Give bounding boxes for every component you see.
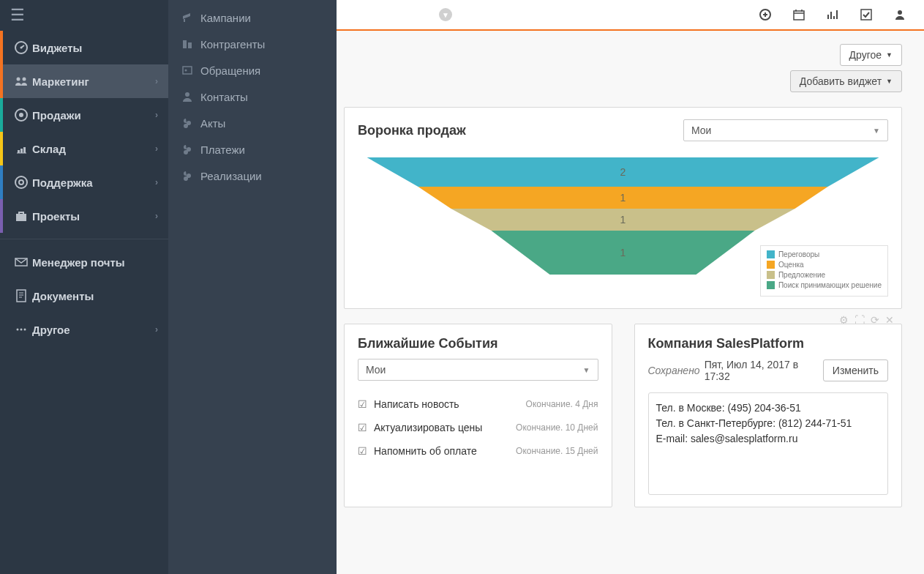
funnel-segment[interactable]: 1 [492, 231, 755, 275]
legend-swatch [767, 281, 775, 289]
chart-icon[interactable] [827, 9, 838, 20]
top-actions: Другое ▼ [344, 44, 902, 66]
checkbox-icon[interactable]: ☑ [358, 445, 374, 457]
svg-rect-2 [861, 10, 871, 20]
event-item[interactable]: ☑ Написать новость Окончание. 4 Дня [358, 392, 598, 416]
submenu-item-label: Контакты [200, 91, 248, 103]
event-text: Напомнить об оплате [374, 445, 516, 457]
svg-point-25 [185, 92, 189, 97]
event-item[interactable]: ☑ Напомнить об оплате Окончание. 15 Дней [358, 439, 598, 463]
accent-bar [0, 165, 3, 199]
saved-label: Сохранено [648, 365, 700, 376]
legend-swatch [767, 250, 775, 258]
add-widget-label: Добавить виджет [800, 75, 882, 87]
submenu-icon [181, 117, 200, 129]
sidebar-icon [10, 209, 32, 223]
sidebar-icon [10, 322, 32, 337]
accent-bar [0, 199, 3, 233]
funnel-widget: Воронка продаж Мои ▼ 2111 ПереговорыОцен… [344, 107, 902, 309]
chevron-right-icon: › [155, 324, 158, 335]
submenu-item[interactable]: Акты [168, 110, 337, 136]
funnel-title: Воронка продаж [358, 123, 466, 138]
sidebar-item[interactable]: Виджеты [0, 31, 168, 64]
funnel-segment[interactable]: 1 [451, 209, 795, 231]
submenu-item[interactable]: Контакты [168, 83, 337, 110]
add-icon[interactable] [759, 9, 771, 20]
funnel-filter-select[interactable]: Мои ▼ [683, 119, 888, 141]
other-button[interactable]: Другое ▼ [840, 44, 902, 66]
sidebar-item-label: Документы [32, 290, 94, 302]
svg-rect-10 [18, 150, 20, 153]
events-filter-value: Мои [366, 364, 386, 376]
submenu-icon [181, 64, 200, 76]
sidebar-item[interactable]: Склад › [0, 132, 168, 165]
hamburger-icon[interactable]: ☰ [0, 0, 168, 31]
event-item[interactable]: ☑ Актуализировать цены Окончание. 10 Дне… [358, 416, 598, 439]
sidebar-item[interactable]: Маркетинг › [0, 64, 168, 98]
search-dropdown-icon[interactable]: ▼ [439, 8, 452, 21]
accent-bar [0, 132, 3, 165]
checkbox-icon[interactable] [860, 9, 872, 20]
edit-button-label: Изменить [833, 365, 879, 376]
checkbox-icon[interactable]: ☑ [358, 398, 374, 410]
submenu-item-label: Платежи [200, 144, 245, 156]
checkbox-icon[interactable]: ☑ [358, 422, 374, 433]
svg-point-24 [185, 70, 187, 72]
legend-item: Переговоры [767, 250, 882, 258]
funnel-segment[interactable]: 1 [418, 187, 828, 209]
svg-point-13 [15, 176, 27, 188]
accent-bar [0, 98, 3, 132]
company-widget: Компания SalesPlatform Сохранено Пят, Ию… [634, 324, 903, 507]
submenu-item[interactable]: Реализации [168, 163, 337, 189]
sidebar-icon [10, 40, 32, 55]
events-title: Ближайшие События [358, 336, 598, 351]
caret-down-icon: ▼ [886, 51, 893, 59]
submenu-item[interactable]: Контрагенты [168, 31, 337, 57]
submenu: КампанииКонтрагентыОбращенияКонтактыАкты… [168, 0, 337, 544]
sidebar-item-label: Менеджер почты [32, 256, 125, 269]
sidebar-item[interactable]: Другое › [0, 313, 168, 346]
submenu-item-label: Контрагенты [200, 38, 265, 51]
legend-item: Оценка [767, 261, 882, 269]
user-icon[interactable] [894, 9, 906, 20]
legend-label: Поиск принимающих решение [778, 281, 882, 289]
sidebar-item[interactable]: Менеджер почты [0, 245, 168, 279]
company-line: E-mail: sales@salesplatform.ru [656, 431, 881, 447]
add-widget-button[interactable]: Добавить виджет ▼ [790, 70, 902, 92]
svg-point-18 [17, 329, 19, 331]
event-due: Окончание. 4 Дня [526, 399, 598, 409]
edit-button[interactable]: Изменить [823, 359, 888, 381]
sidebar-item-label: Продажи [32, 109, 81, 122]
chevron-right-icon: › [155, 211, 158, 221]
submenu-icon [181, 144, 200, 155]
accent-bar [0, 64, 3, 98]
sidebar: ☰ Виджеты Маркетинг › Продажи › Склад › … [0, 0, 168, 544]
legend-item: Поиск принимающих решение [767, 281, 882, 289]
submenu-item[interactable]: Обращения [168, 57, 337, 83]
event-due: Окончание. 10 Дней [516, 422, 598, 433]
svg-rect-21 [183, 40, 187, 48]
content: Другое ▼ Добавить виджет ▼ Воронка прода… [337, 0, 924, 544]
sidebar-icon [10, 74, 32, 89]
submenu-icon [181, 170, 200, 182]
events-filter-select[interactable]: Мои ▼ [358, 359, 598, 381]
sidebar-item[interactable]: Документы [0, 279, 168, 313]
submenu-item-label: Кампании [200, 12, 251, 24]
submenu-item[interactable]: Платежи [168, 136, 337, 163]
sidebar-item[interactable]: Проекты › [0, 199, 168, 233]
svg-point-14 [19, 180, 23, 184]
legend-swatch [767, 271, 775, 279]
sidebar-item[interactable]: Продажи › [0, 98, 168, 132]
sidebar-item[interactable]: Поддержка › [0, 165, 168, 199]
company-line: Тел. в Санкт-Петербурге: (812) 244-71-51 [656, 416, 881, 431]
chevron-right-icon: › [155, 110, 158, 120]
svg-rect-22 [188, 42, 192, 48]
calendar-icon[interactable] [793, 9, 805, 20]
svg-point-9 [19, 113, 23, 117]
widget-header: Воронка продаж Мои ▼ [358, 119, 888, 141]
submenu-item-label: Обращения [200, 64, 260, 77]
funnel-segment[interactable]: 2 [367, 157, 879, 187]
submenu-item[interactable]: Кампании [168, 4, 337, 31]
legend-label: Предложение [778, 271, 825, 279]
sidebar-item-label: Другое [32, 324, 70, 336]
